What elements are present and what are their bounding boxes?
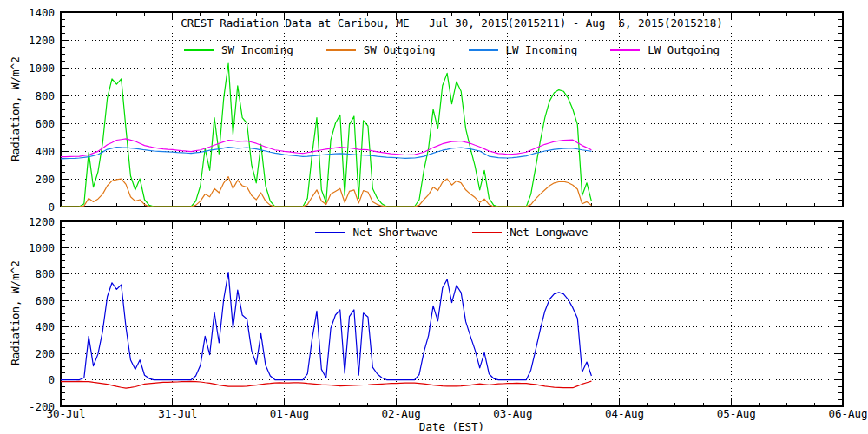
x-tick-label: 31-Jul xyxy=(158,407,197,420)
x-tick-label: 30-Jul xyxy=(46,407,85,420)
y-tick-label: 200 xyxy=(35,347,55,360)
x-tick-label: 02-Aug xyxy=(382,407,421,420)
plot-canvas: 0200400600800100012001400-20002004006008… xyxy=(0,0,868,434)
legend-line-swatch xyxy=(184,49,214,51)
y-tick-label: 400 xyxy=(35,145,55,158)
x-tick-label: 04-Aug xyxy=(605,407,644,420)
legend-item-sw-outgoing: SW Outgoing xyxy=(326,43,436,56)
y-tick-label: 1200 xyxy=(29,215,55,228)
y-tick-label: 200 xyxy=(35,173,55,186)
legend-line-swatch xyxy=(610,49,640,51)
legend-line-swatch xyxy=(469,49,498,51)
legend-label: Net Longwave xyxy=(510,226,588,239)
legend-item-net-longwave: Net Longwave xyxy=(472,226,588,239)
legend-line-swatch xyxy=(326,49,356,51)
y-tick-label: 0 xyxy=(48,201,55,214)
plot-title: CREST Radiation Data at Caribou, ME Jul … xyxy=(61,16,843,30)
y-tick-label: 600 xyxy=(35,117,55,130)
legend-label: LW Outgoing xyxy=(648,43,720,56)
y-tick-label: 400 xyxy=(35,320,55,333)
y-tick-label: 1200 xyxy=(29,34,55,47)
series-line-net-longwave xyxy=(61,381,591,388)
series-line-sw-incoming xyxy=(61,63,591,207)
legend-line-swatch xyxy=(315,232,345,233)
y-tick-label: 800 xyxy=(35,89,55,102)
radiation-figure: 0200400600800100012001400-20002004006008… xyxy=(0,0,868,434)
y-tick-label: 1400 xyxy=(29,6,55,19)
legend-label: SW Outgoing xyxy=(364,43,436,56)
x-axis-label: Date (EST) xyxy=(61,420,843,433)
y-tick-label: 1000 xyxy=(29,241,55,254)
bottom-panel-legend: Net ShortwaveNet Longwave xyxy=(61,226,843,239)
x-tick-label: 06-Aug xyxy=(828,407,867,420)
legend-item-lw-incoming: LW Incoming xyxy=(469,43,578,56)
legend-item-sw-incoming: SW Incoming xyxy=(184,43,293,56)
legend-label: LW Incoming xyxy=(506,43,578,56)
legend-label: SW Incoming xyxy=(221,43,293,56)
panel-frame xyxy=(61,221,843,406)
x-tick-label: 05-Aug xyxy=(717,407,756,420)
panel-frame xyxy=(61,12,843,207)
x-tick-label: 03-Aug xyxy=(493,407,532,420)
top-panel-legend: SW IncomingSW OutgoingLW IncomingLW Outg… xyxy=(61,43,843,56)
y-tick-label: 600 xyxy=(35,294,55,307)
bottom-panel-y-axis-label: Radiation, W/m^2 xyxy=(9,216,22,411)
y-tick-label: 0 xyxy=(48,373,55,386)
legend-label: Net Shortwave xyxy=(352,226,437,239)
legend-line-swatch xyxy=(472,232,502,233)
legend-item-lw-outgoing: LW Outgoing xyxy=(610,43,720,56)
x-tick-label: 01-Aug xyxy=(270,407,309,420)
series-line-net-shortwave xyxy=(61,273,591,380)
y-tick-label: 800 xyxy=(35,267,55,280)
legend-item-net-shortwave: Net Shortwave xyxy=(315,226,437,239)
top-panel-y-axis-label: Radiation, W/m^2 xyxy=(9,12,22,207)
y-tick-label: 1000 xyxy=(29,62,55,75)
